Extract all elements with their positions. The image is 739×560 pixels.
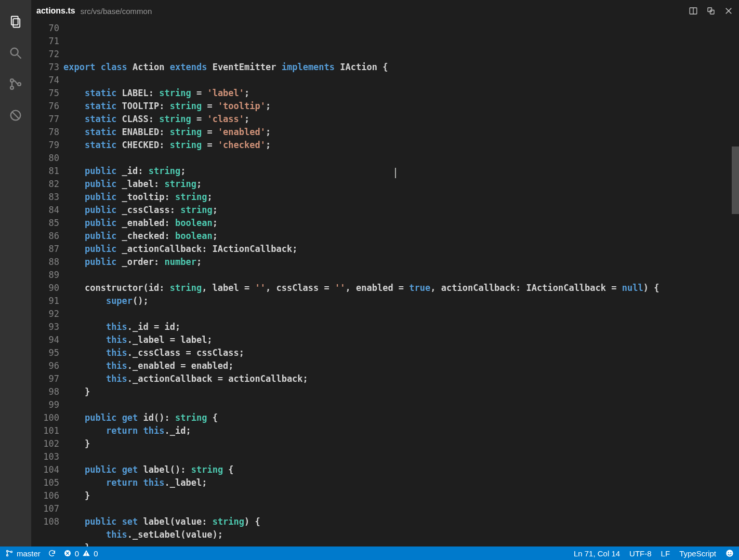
code-line[interactable]: public _actionCallback: IActionCallback; — [63, 243, 732, 256]
activity-search[interactable] — [0, 37, 31, 69]
status-eol[interactable]: LF — [661, 549, 670, 558]
status-errors-count: 0 — [75, 549, 79, 558]
code-line[interactable] — [63, 308, 732, 321]
code-line[interactable] — [63, 74, 732, 87]
code-line[interactable]: this._enabled = enabled; — [63, 359, 732, 372]
code-line[interactable]: public _enabled: boolean; — [63, 217, 732, 230]
line-number: 92 — [31, 308, 59, 321]
code-line[interactable] — [63, 269, 732, 282]
code-line[interactable]: public _id: string; — [63, 165, 732, 178]
line-number: 76 — [31, 100, 59, 113]
line-number: 83 — [31, 191, 59, 204]
code-line[interactable]: public _label: string; — [63, 178, 732, 191]
code-line[interactable]: } — [63, 489, 732, 502]
editor-body[interactable]: 7071727374757677787980818283848586878889… — [31, 22, 739, 546]
svg-point-15 — [6, 550, 8, 552]
code-area[interactable]: export class Action extends EventEmitter… — [63, 22, 732, 546]
line-number: 78 — [31, 126, 59, 139]
code-line[interactable]: } — [63, 541, 732, 546]
line-number: 87 — [31, 243, 59, 256]
line-number: 107 — [31, 502, 59, 515]
line-number: 91 — [31, 295, 59, 308]
code-line[interactable]: public set label(value: string) { — [63, 515, 732, 528]
activity-debug[interactable] — [0, 100, 31, 131]
code-line[interactable]: this._setLabel(value); — [63, 528, 732, 541]
text-cursor-icon — [395, 168, 396, 178]
activity-explorer[interactable] — [0, 6, 31, 37]
code-line[interactable]: } — [63, 437, 732, 450]
scrollbar-track[interactable] — [732, 22, 739, 546]
line-number: 77 — [31, 113, 59, 126]
line-number: 95 — [31, 346, 59, 359]
code-line[interactable]: return this._id; — [63, 424, 732, 437]
status-branch[interactable]: master — [5, 549, 41, 558]
show-diff-icon[interactable] — [706, 6, 716, 16]
line-number: 71 — [31, 35, 59, 48]
svg-rect-1 — [13, 19, 20, 27]
svg-rect-11 — [708, 8, 712, 12]
line-number: 94 — [31, 334, 59, 346]
line-number: 73 — [31, 61, 59, 74]
line-number: 105 — [31, 476, 59, 489]
status-cursor-position[interactable]: Ln 71, Col 14 — [574, 549, 620, 558]
code-line[interactable]: static CLASS: string = 'class'; — [63, 113, 732, 126]
svg-line-8 — [12, 112, 19, 119]
split-editor-icon[interactable] — [688, 6, 698, 16]
status-sync[interactable] — [48, 549, 56, 557]
status-problems[interactable]: 0 0 — [63, 549, 98, 558]
line-number: 80 — [31, 152, 59, 165]
close-editor-icon[interactable] — [723, 6, 734, 16]
code-line[interactable] — [63, 398, 732, 411]
code-line[interactable]: static TOOLTIP: string = 'tooltip'; — [63, 100, 732, 113]
line-number-gutter: 7071727374757677787980818283848586878889… — [31, 22, 63, 546]
svg-point-24 — [728, 552, 729, 553]
status-feedback-icon[interactable] — [725, 549, 734, 557]
line-number: 74 — [31, 74, 59, 87]
activity-bar — [0, 0, 31, 546]
line-number: 93 — [31, 321, 59, 334]
code-line[interactable] — [63, 48, 732, 61]
line-number: 102 — [31, 437, 59, 450]
code-line[interactable]: public get id(): string { — [63, 411, 732, 424]
status-branch-label: master — [17, 549, 41, 558]
code-line[interactable]: this._label = label; — [63, 334, 732, 346]
tab-bar: actions.ts src/vs/base/common — [31, 0, 739, 22]
code-line[interactable]: public _checked: boolean; — [63, 230, 732, 243]
activity-scm[interactable] — [0, 69, 31, 100]
scrollbar-thumb[interactable] — [732, 146, 739, 214]
code-line[interactable]: this._actionCallback = actionCallback; — [63, 372, 732, 385]
status-language[interactable]: TypeScript — [679, 549, 716, 558]
code-line[interactable]: public _tooltip: string; — [63, 191, 732, 204]
code-line[interactable]: public _cssClass: string; — [63, 204, 732, 217]
line-number: 96 — [31, 359, 59, 372]
code-line[interactable] — [63, 502, 732, 515]
line-number: 97 — [31, 372, 59, 385]
code-line[interactable]: export class Action extends EventEmitter… — [63, 61, 732, 74]
svg-rect-12 — [710, 10, 715, 15]
line-number: 84 — [31, 204, 59, 217]
status-bar: master 0 0 Ln 71, Col 14 UTF-8 LF TypeSc… — [0, 546, 739, 560]
tab-filename: actions.ts — [36, 6, 75, 16]
svg-point-6 — [18, 83, 21, 86]
code-line[interactable] — [63, 152, 732, 165]
code-line[interactable]: public _order: number; — [63, 256, 732, 269]
code-line[interactable]: super(); — [63, 295, 732, 308]
svg-line-3 — [18, 55, 21, 59]
svg-point-23 — [726, 550, 733, 556]
code-line[interactable]: constructor(id: string, label = '', cssC… — [63, 282, 732, 295]
code-line[interactable]: static CHECKED: string = 'checked'; — [63, 139, 732, 152]
status-encoding[interactable]: UTF-8 — [629, 549, 652, 558]
line-number: 104 — [31, 463, 59, 476]
svg-point-22 — [86, 555, 87, 556]
code-line[interactable]: static ENABLED: string = 'enabled'; — [63, 126, 732, 139]
line-number: 72 — [31, 48, 59, 61]
svg-point-25 — [730, 552, 731, 553]
code-line[interactable]: public get label(): string { — [63, 463, 732, 476]
code-line[interactable]: return this._label; — [63, 476, 732, 489]
line-number: 99 — [31, 398, 59, 411]
code-line[interactable]: static LABEL: string = 'label'; — [63, 87, 732, 100]
code-line[interactable]: } — [63, 385, 732, 398]
code-line[interactable] — [63, 450, 732, 463]
code-line[interactable]: this._cssClass = cssClass; — [63, 346, 732, 359]
code-line[interactable]: this._id = id; — [63, 321, 732, 334]
